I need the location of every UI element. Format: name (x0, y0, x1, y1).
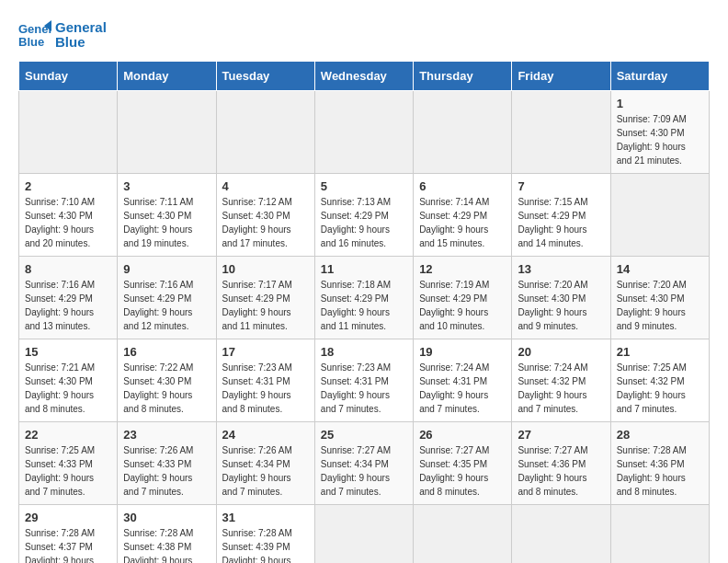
day-info: Sunrise: 7:09 AMSunset: 4:30 PMDaylight:… (617, 112, 703, 167)
day-number: 3 (123, 179, 210, 193)
day-number: 12 (419, 262, 506, 276)
day-number: 9 (123, 262, 210, 276)
logo-text: GeneralBlue (55, 20, 107, 51)
day-number: 10 (222, 262, 309, 276)
day-number: 27 (518, 428, 604, 442)
week-row-3: 8Sunrise: 7:16 AMSunset: 4:29 PMDaylight… (19, 257, 710, 339)
day-number: 2 (25, 179, 111, 193)
calendar-cell: 23Sunrise: 7:26 AMSunset: 4:33 PMDayligh… (118, 422, 216, 505)
calendar-cell (414, 505, 512, 564)
calendar-cell: 15Sunrise: 7:21 AMSunset: 4:30 PMDayligh… (19, 339, 118, 422)
calendar-cell: 19Sunrise: 7:24 AMSunset: 4:31 PMDayligh… (414, 339, 512, 422)
calendar-cell: 13Sunrise: 7:20 AMSunset: 4:30 PMDayligh… (512, 257, 610, 339)
calendar-cell: 11Sunrise: 7:18 AMSunset: 4:29 PMDayligh… (314, 257, 413, 339)
logo-icon: General Blue (18, 18, 51, 52)
day-number: 16 (123, 345, 210, 359)
day-number: 20 (518, 345, 604, 359)
day-info: Sunrise: 7:27 AMSunset: 4:35 PMDaylight:… (419, 443, 506, 499)
day-info: Sunrise: 7:17 AMSunset: 4:29 PMDaylight:… (222, 278, 309, 333)
calendar-cell: 31Sunrise: 7:28 AMSunset: 4:39 PMDayligh… (216, 505, 314, 564)
day-info: Sunrise: 7:24 AMSunset: 4:31 PMDaylight:… (419, 361, 506, 416)
calendar-cell: 24Sunrise: 7:26 AMSunset: 4:34 PMDayligh… (216, 422, 314, 505)
calendar-cell: 1Sunrise: 7:09 AMSunset: 4:30 PMDaylight… (610, 91, 709, 174)
week-row-6: 29Sunrise: 7:28 AMSunset: 4:37 PMDayligh… (19, 505, 710, 564)
day-number: 21 (617, 345, 703, 359)
day-number: 31 (222, 511, 309, 524)
day-info: Sunrise: 7:28 AMSunset: 4:38 PMDaylight:… (123, 526, 210, 563)
day-number: 17 (222, 345, 309, 359)
calendar-cell: 2Sunrise: 7:10 AMSunset: 4:30 PMDaylight… (19, 174, 118, 257)
logo: General Blue GeneralBlue (18, 18, 107, 52)
day-info: Sunrise: 7:25 AMSunset: 4:32 PMDaylight:… (617, 361, 703, 416)
calendar-cell: 20Sunrise: 7:24 AMSunset: 4:32 PMDayligh… (512, 339, 610, 422)
calendar-cell: 7Sunrise: 7:15 AMSunset: 4:29 PMDaylight… (512, 174, 610, 257)
day-number: 29 (25, 511, 111, 524)
day-info: Sunrise: 7:20 AMSunset: 4:30 PMDaylight:… (518, 278, 604, 333)
calendar-cell: 28Sunrise: 7:28 AMSunset: 4:36 PMDayligh… (610, 422, 709, 505)
day-info: Sunrise: 7:19 AMSunset: 4:29 PMDaylight:… (419, 278, 506, 333)
day-info: Sunrise: 7:12 AMSunset: 4:30 PMDaylight:… (222, 195, 309, 250)
day-header-saturday: Saturday (610, 62, 709, 91)
day-number: 14 (617, 262, 703, 276)
calendar-cell (512, 505, 610, 564)
svg-text:Blue: Blue (18, 35, 44, 49)
day-info: Sunrise: 7:28 AMSunset: 4:37 PMDaylight:… (25, 526, 111, 563)
day-info: Sunrise: 7:20 AMSunset: 4:30 PMDaylight:… (617, 278, 703, 333)
calendar-cell (314, 505, 413, 564)
day-number: 28 (617, 428, 703, 442)
day-number: 6 (419, 179, 506, 193)
day-info: Sunrise: 7:28 AMSunset: 4:36 PMDaylight:… (617, 443, 703, 499)
day-header-tuesday: Tuesday (216, 62, 314, 91)
calendar-cell: 25Sunrise: 7:27 AMSunset: 4:34 PMDayligh… (314, 422, 413, 505)
calendar-cell: 18Sunrise: 7:23 AMSunset: 4:31 PMDayligh… (314, 339, 413, 422)
calendar-cell: 17Sunrise: 7:23 AMSunset: 4:31 PMDayligh… (216, 339, 314, 422)
day-info: Sunrise: 7:18 AMSunset: 4:29 PMDaylight:… (321, 278, 407, 333)
calendar-cell (118, 91, 216, 174)
day-info: Sunrise: 7:26 AMSunset: 4:34 PMDaylight:… (222, 443, 309, 499)
calendar-cell: 6Sunrise: 7:14 AMSunset: 4:29 PMDaylight… (414, 174, 512, 257)
day-number: 15 (25, 345, 111, 359)
calendar-cell: 3Sunrise: 7:11 AMSunset: 4:30 PMDaylight… (118, 174, 216, 257)
day-info: Sunrise: 7:10 AMSunset: 4:30 PMDaylight:… (25, 195, 111, 250)
week-row-5: 22Sunrise: 7:25 AMSunset: 4:33 PMDayligh… (19, 422, 710, 505)
calendar-cell: 16Sunrise: 7:22 AMSunset: 4:30 PMDayligh… (118, 339, 216, 422)
day-number: 24 (222, 428, 309, 442)
calendar-table: SundayMondayTuesdayWednesdayThursdayFrid… (18, 61, 710, 563)
day-info: Sunrise: 7:15 AMSunset: 4:29 PMDaylight:… (518, 195, 604, 250)
day-info: Sunrise: 7:16 AMSunset: 4:29 PMDaylight:… (123, 278, 210, 333)
calendar-cell: 21Sunrise: 7:25 AMSunset: 4:32 PMDayligh… (610, 339, 709, 422)
calendar-cell (610, 174, 709, 257)
day-number: 19 (419, 345, 506, 359)
day-number: 13 (518, 262, 604, 276)
day-header-wednesday: Wednesday (314, 62, 413, 91)
day-number: 18 (321, 345, 407, 359)
week-row-4: 15Sunrise: 7:21 AMSunset: 4:30 PMDayligh… (19, 339, 710, 422)
calendar-cell: 12Sunrise: 7:19 AMSunset: 4:29 PMDayligh… (414, 257, 512, 339)
day-number: 11 (321, 262, 407, 276)
calendar-cell: 5Sunrise: 7:13 AMSunset: 4:29 PMDaylight… (314, 174, 413, 257)
calendar-cell (19, 91, 118, 174)
day-number: 23 (123, 428, 210, 442)
day-number: 7 (518, 179, 604, 193)
calendar-cell: 10Sunrise: 7:17 AMSunset: 4:29 PMDayligh… (216, 257, 314, 339)
day-number: 22 (25, 428, 111, 442)
day-number: 26 (419, 428, 506, 442)
calendar-cell: 14Sunrise: 7:20 AMSunset: 4:30 PMDayligh… (610, 257, 709, 339)
calendar-cell: 26Sunrise: 7:27 AMSunset: 4:35 PMDayligh… (414, 422, 512, 505)
day-number: 8 (25, 262, 111, 276)
calendar-cell: 22Sunrise: 7:25 AMSunset: 4:33 PMDayligh… (19, 422, 118, 505)
day-info: Sunrise: 7:26 AMSunset: 4:33 PMDaylight:… (123, 443, 210, 499)
day-info: Sunrise: 7:16 AMSunset: 4:29 PMDaylight:… (25, 278, 111, 333)
day-info: Sunrise: 7:21 AMSunset: 4:30 PMDaylight:… (25, 361, 111, 416)
day-number: 25 (321, 428, 407, 442)
week-row-1: 1Sunrise: 7:09 AMSunset: 4:30 PMDaylight… (19, 91, 710, 174)
day-info: Sunrise: 7:23 AMSunset: 4:31 PMDaylight:… (222, 361, 309, 416)
day-info: Sunrise: 7:13 AMSunset: 4:29 PMDaylight:… (321, 195, 407, 250)
day-info: Sunrise: 7:14 AMSunset: 4:29 PMDaylight:… (419, 195, 506, 250)
day-info: Sunrise: 7:27 AMSunset: 4:36 PMDaylight:… (518, 443, 604, 499)
calendar-cell: 8Sunrise: 7:16 AMSunset: 4:29 PMDaylight… (19, 257, 118, 339)
header-row: SundayMondayTuesdayWednesdayThursdayFrid… (19, 62, 710, 91)
day-header-monday: Monday (118, 62, 216, 91)
day-info: Sunrise: 7:27 AMSunset: 4:34 PMDaylight:… (321, 443, 407, 499)
day-number: 4 (222, 179, 309, 193)
